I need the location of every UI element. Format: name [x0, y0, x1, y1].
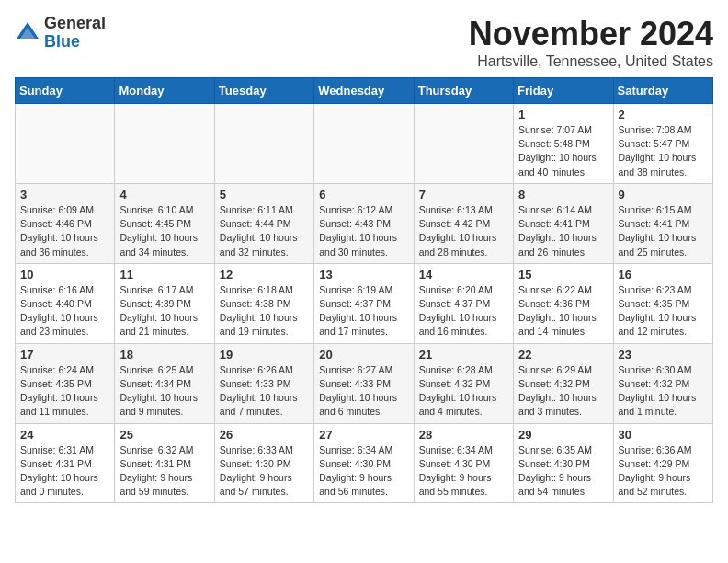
- week-row-5: 24Sunrise: 6:31 AMSunset: 4:31 PMDayligh…: [16, 423, 713, 503]
- day-info: Sunrise: 6:20 AMSunset: 4:37 PMDaylight:…: [419, 283, 508, 339]
- day-number: 23: [619, 348, 708, 362]
- day-cell: 1Sunrise: 7:07 AMSunset: 5:48 PMDaylight…: [514, 104, 613, 184]
- logo-text: General Blue: [44, 15, 106, 52]
- page-header: General Blue November 2024 Hartsville, T…: [15, 15, 713, 70]
- day-info: Sunrise: 6:22 AMSunset: 4:36 PMDaylight:…: [518, 283, 608, 339]
- day-cell: 28Sunrise: 6:34 AMSunset: 4:30 PMDayligh…: [414, 423, 513, 503]
- day-cell: 22Sunrise: 6:29 AMSunset: 4:32 PMDayligh…: [514, 343, 613, 423]
- day-cell: 21Sunrise: 6:28 AMSunset: 4:32 PMDayligh…: [414, 343, 513, 423]
- month-title: November 2024: [469, 15, 713, 53]
- day-info: Sunrise: 6:18 AMSunset: 4:38 PMDaylight:…: [220, 283, 309, 339]
- day-info: Sunrise: 6:33 AMSunset: 4:30 PMDaylight:…: [220, 443, 309, 500]
- day-cell: 9Sunrise: 6:15 AMSunset: 4:41 PMDaylight…: [613, 183, 712, 263]
- day-number: 27: [319, 428, 408, 442]
- week-row-4: 17Sunrise: 6:24 AMSunset: 4:35 PMDayligh…: [16, 343, 713, 423]
- weekday-header-saturday: Saturday: [613, 78, 712, 104]
- day-cell: 10Sunrise: 6:16 AMSunset: 4:40 PMDayligh…: [16, 263, 115, 343]
- day-info: Sunrise: 6:15 AMSunset: 4:41 PMDaylight:…: [619, 203, 708, 259]
- day-cell: 12Sunrise: 6:18 AMSunset: 4:38 PMDayligh…: [214, 263, 313, 343]
- logo-blue: Blue: [44, 32, 80, 51]
- location: Hartsville, Tennessee, United States: [469, 53, 713, 70]
- day-cell: 15Sunrise: 6:22 AMSunset: 4:36 PMDayligh…: [514, 263, 613, 343]
- day-info: Sunrise: 6:26 AMSunset: 4:33 PMDaylight:…: [220, 363, 309, 419]
- day-number: 29: [518, 428, 608, 442]
- weekday-header-sunday: Sunday: [16, 78, 115, 104]
- weekday-header-monday: Monday: [115, 78, 214, 104]
- day-number: 2: [619, 108, 708, 121]
- weekday-header-wednesday: Wednesday: [314, 78, 414, 104]
- day-number: 6: [319, 188, 408, 201]
- day-cell: 29Sunrise: 6:35 AMSunset: 4:30 PMDayligh…: [514, 423, 613, 503]
- day-info: Sunrise: 6:31 AMSunset: 4:31 PMDaylight:…: [20, 443, 109, 500]
- day-number: 30: [619, 428, 708, 442]
- day-cell: 16Sunrise: 6:23 AMSunset: 4:35 PMDayligh…: [613, 263, 712, 343]
- day-info: Sunrise: 6:34 AMSunset: 4:30 PMDaylight:…: [419, 443, 508, 500]
- weekday-header-friday: Friday: [514, 78, 613, 104]
- day-info: Sunrise: 6:16 AMSunset: 4:40 PMDaylight:…: [20, 283, 109, 339]
- day-cell: 6Sunrise: 6:12 AMSunset: 4:43 PMDaylight…: [314, 183, 414, 263]
- day-cell: 11Sunrise: 6:17 AMSunset: 4:39 PMDayligh…: [115, 263, 214, 343]
- day-cell: 26Sunrise: 6:33 AMSunset: 4:30 PMDayligh…: [214, 423, 313, 503]
- day-number: 26: [220, 428, 309, 442]
- day-cell: 20Sunrise: 6:27 AMSunset: 4:33 PMDayligh…: [314, 343, 414, 423]
- day-cell: [314, 104, 414, 184]
- week-row-1: 1Sunrise: 7:07 AMSunset: 5:48 PMDaylight…: [16, 104, 713, 184]
- day-info: Sunrise: 6:34 AMSunset: 4:30 PMDaylight:…: [319, 443, 408, 500]
- day-info: Sunrise: 6:11 AMSunset: 4:44 PMDaylight:…: [220, 203, 309, 259]
- day-number: 16: [619, 268, 708, 282]
- day-number: 28: [419, 428, 508, 442]
- day-cell: 30Sunrise: 6:36 AMSunset: 4:29 PMDayligh…: [613, 423, 712, 503]
- day-cell: 27Sunrise: 6:34 AMSunset: 4:30 PMDayligh…: [314, 423, 414, 503]
- day-number: 3: [20, 188, 109, 201]
- day-cell: 2Sunrise: 7:08 AMSunset: 5:47 PMDaylight…: [613, 104, 712, 184]
- day-number: 13: [319, 268, 408, 282]
- day-number: 5: [220, 188, 309, 201]
- day-number: 14: [419, 268, 508, 282]
- day-number: 20: [319, 348, 408, 362]
- day-info: Sunrise: 6:14 AMSunset: 4:41 PMDaylight:…: [518, 203, 608, 259]
- day-info: Sunrise: 6:27 AMSunset: 4:33 PMDaylight:…: [319, 363, 408, 419]
- day-info: Sunrise: 6:10 AMSunset: 4:45 PMDaylight:…: [119, 203, 209, 259]
- day-cell: 14Sunrise: 6:20 AMSunset: 4:37 PMDayligh…: [414, 263, 513, 343]
- day-cell: 24Sunrise: 6:31 AMSunset: 4:31 PMDayligh…: [16, 423, 115, 503]
- day-number: 7: [419, 188, 508, 201]
- logo-general: General: [44, 14, 106, 32]
- day-cell: 23Sunrise: 6:30 AMSunset: 4:32 PMDayligh…: [613, 343, 712, 423]
- day-number: 15: [518, 268, 608, 282]
- week-row-3: 10Sunrise: 6:16 AMSunset: 4:40 PMDayligh…: [16, 263, 713, 343]
- day-number: 17: [20, 348, 109, 362]
- day-cell: 13Sunrise: 6:19 AMSunset: 4:37 PMDayligh…: [314, 263, 414, 343]
- day-number: 19: [220, 348, 309, 362]
- logo-icon: [15, 20, 40, 46]
- day-cell: [115, 104, 214, 184]
- day-info: Sunrise: 6:36 AMSunset: 4:29 PMDaylight:…: [619, 443, 708, 500]
- day-cell: 18Sunrise: 6:25 AMSunset: 4:34 PMDayligh…: [115, 343, 214, 423]
- calendar-table: SundayMondayTuesdayWednesdayThursdayFrid…: [15, 77, 713, 503]
- day-info: Sunrise: 6:25 AMSunset: 4:34 PMDaylight:…: [119, 363, 209, 419]
- day-info: Sunrise: 6:35 AMSunset: 4:30 PMDaylight:…: [518, 443, 608, 500]
- day-number: 12: [220, 268, 309, 282]
- day-info: Sunrise: 6:13 AMSunset: 4:42 PMDaylight:…: [419, 203, 508, 259]
- day-cell: 7Sunrise: 6:13 AMSunset: 4:42 PMDaylight…: [414, 183, 513, 263]
- day-number: 18: [119, 348, 209, 362]
- day-cell: 8Sunrise: 6:14 AMSunset: 4:41 PMDaylight…: [514, 183, 613, 263]
- day-cell: 5Sunrise: 6:11 AMSunset: 4:44 PMDaylight…: [214, 183, 313, 263]
- day-cell: 3Sunrise: 6:09 AMSunset: 4:46 PMDaylight…: [16, 183, 115, 263]
- day-number: 10: [20, 268, 109, 282]
- day-cell: 17Sunrise: 6:24 AMSunset: 4:35 PMDayligh…: [16, 343, 115, 423]
- day-number: 24: [20, 428, 109, 442]
- day-cell: 25Sunrise: 6:32 AMSunset: 4:31 PMDayligh…: [115, 423, 214, 503]
- weekday-header-tuesday: Tuesday: [214, 78, 313, 104]
- day-info: Sunrise: 6:29 AMSunset: 4:32 PMDaylight:…: [518, 363, 608, 419]
- day-cell: [16, 104, 115, 184]
- day-info: Sunrise: 6:28 AMSunset: 4:32 PMDaylight:…: [419, 363, 508, 419]
- day-number: 22: [518, 348, 608, 362]
- day-number: 21: [419, 348, 508, 362]
- day-number: 11: [119, 268, 209, 282]
- day-cell: [214, 104, 313, 184]
- day-number: 4: [119, 188, 209, 201]
- day-info: Sunrise: 6:24 AMSunset: 4:35 PMDaylight:…: [20, 363, 109, 419]
- logo: General Blue: [15, 15, 106, 52]
- day-cell: 19Sunrise: 6:26 AMSunset: 4:33 PMDayligh…: [214, 343, 313, 423]
- day-number: 25: [119, 428, 209, 442]
